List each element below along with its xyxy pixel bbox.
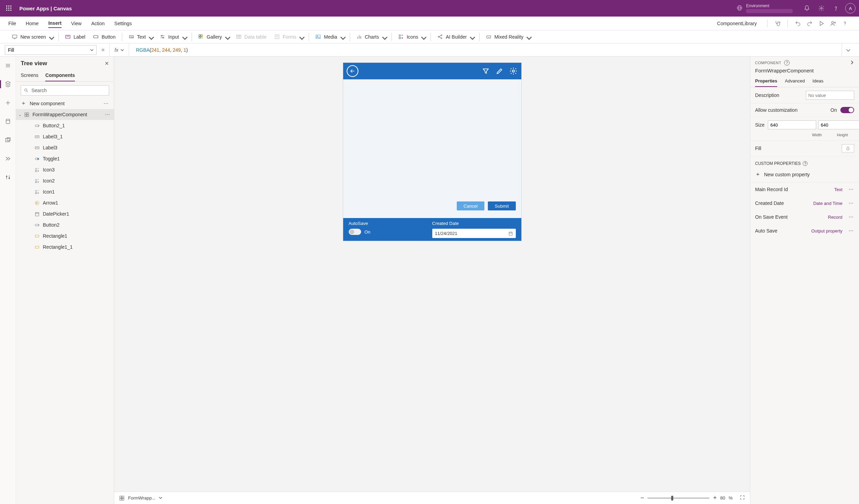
chevron-down-icon[interactable] [159, 495, 162, 501]
new-component-button[interactable]: ＋ New component ⋯ [16, 98, 114, 109]
insert-label-button[interactable]: Label [61, 32, 89, 41]
tree-node[interactable]: Icon3 [16, 164, 114, 175]
component-canvas[interactable]: Cancel Submit AutoSave On Created Date [343, 63, 521, 241]
undo-icon[interactable] [792, 18, 804, 29]
zoom-slider[interactable] [647, 497, 710, 499]
back-arrow-icon[interactable] [347, 65, 358, 77]
chevron-down-icon[interactable]: ⌄ [16, 112, 23, 117]
tree-node[interactable]: Label3 [16, 142, 114, 153]
media-panel-icon[interactable] [2, 135, 13, 146]
insert-gallery-button[interactable]: Gallery [195, 32, 232, 41]
tab-ideas[interactable]: Ideas [812, 76, 823, 87]
tree-node[interactable]: Button2 [16, 219, 114, 230]
power-automate-icon[interactable] [2, 153, 13, 164]
description-input[interactable] [806, 91, 854, 100]
component-library-link[interactable]: ComponentLibrary [717, 21, 757, 26]
custom-property-row[interactable]: Created DateDate and Time⋯ [750, 196, 859, 210]
tree-view-icon[interactable] [2, 79, 13, 90]
tree-node[interactable]: Arrow1 [16, 197, 114, 208]
data-icon[interactable] [2, 116, 13, 127]
tree-node[interactable]: Label3_1 [16, 131, 114, 142]
menu-view[interactable]: View [71, 19, 81, 28]
close-icon[interactable]: ✕ [105, 60, 109, 67]
user-avatar[interactable]: A [845, 3, 856, 13]
submit-button[interactable]: Submit [488, 201, 515, 210]
share-icon[interactable] [827, 18, 839, 29]
cancel-button[interactable]: Cancel [457, 201, 484, 210]
tree-search-input[interactable]: Search [21, 85, 109, 96]
insert-charts-button[interactable]: Charts [353, 32, 389, 41]
hamburger-icon[interactable] [2, 60, 13, 71]
custom-property-row[interactable]: On Save EventRecord⋯ [750, 210, 859, 224]
tools-icon[interactable] [2, 172, 13, 183]
help-icon[interactable]: ? [803, 161, 808, 166]
width-input[interactable] [768, 120, 816, 129]
menu-home[interactable]: Home [26, 19, 39, 28]
chevron-down-icon [225, 35, 228, 39]
status-selection[interactable]: FormWrapp... [128, 495, 155, 501]
play-icon[interactable] [815, 18, 827, 29]
zoom-in-icon[interactable]: + [713, 494, 717, 502]
insert-media-button[interactable]: Media [312, 32, 347, 41]
menu-settings[interactable]: Settings [114, 19, 132, 28]
stethoscope-icon[interactable] [772, 18, 783, 29]
menu-action[interactable]: Action [91, 19, 105, 28]
insert-input-button[interactable]: Input [156, 32, 189, 41]
custom-property-row[interactable]: Main Record IdText⋯ [750, 182, 859, 196]
canvas-body[interactable]: Cancel Submit [343, 79, 521, 218]
help-icon[interactable]: ? [784, 60, 790, 66]
new-screen-button[interactable]: New screen [8, 32, 56, 41]
fx-indicator[interactable]: fx [109, 43, 129, 56]
more-icon[interactable]: ⋯ [104, 101, 109, 106]
tree-node[interactable]: Icon1 [16, 186, 114, 197]
fit-screen-icon[interactable] [740, 495, 745, 501]
help-icon[interactable] [839, 18, 851, 29]
tree-node[interactable]: Button2_1 [16, 120, 114, 131]
help-icon[interactable] [829, 0, 843, 17]
insert-icons-button[interactable]: Icons [395, 32, 428, 41]
more-icon[interactable]: ⋯ [105, 112, 110, 117]
tab-components[interactable]: Components [45, 70, 75, 81]
insert-mixed-reality-button[interactable]: Mixed Reality [482, 32, 533, 41]
tab-advanced[interactable]: Advanced [785, 76, 805, 87]
allow-customization-toggle[interactable] [840, 107, 854, 113]
redo-icon[interactable] [804, 18, 815, 29]
filter-icon[interactable] [481, 67, 490, 76]
settings-icon[interactable] [814, 0, 829, 17]
tree-node[interactable]: Icon2 [16, 175, 114, 186]
property-selector[interactable]: Fill [5, 45, 97, 55]
tab-screens[interactable]: Screens [21, 70, 38, 81]
insert-button-button[interactable]: Button [89, 32, 119, 41]
expand-formula-icon[interactable] [842, 43, 854, 56]
created-date-input[interactable]: 11/24/2021 [432, 229, 516, 238]
tree-node[interactable]: Toggle1 [16, 153, 114, 164]
edit-icon[interactable] [495, 67, 504, 76]
menu-insert[interactable]: Insert [48, 19, 61, 28]
insert-ai-builder-button[interactable]: AI Builder [434, 32, 476, 41]
fill-color-picker[interactable] [842, 144, 854, 152]
gear-icon[interactable] [509, 67, 518, 76]
app-launcher-icon[interactable] [3, 3, 15, 14]
tab-properties[interactable]: Properties [755, 76, 777, 87]
height-input[interactable] [818, 120, 859, 129]
autosave-toggle[interactable] [349, 229, 361, 235]
ai-builder-label: AI Builder [446, 34, 467, 40]
tree-node[interactable]: DatePicker1 [16, 208, 114, 219]
zoom-out-icon[interactable]: − [640, 494, 644, 502]
menu-file[interactable]: File [8, 19, 16, 28]
more-icon[interactable]: ⋯ [849, 214, 854, 220]
new-custom-property-button[interactable]: ＋ New custom property [750, 168, 859, 182]
more-icon[interactable]: ⋯ [849, 187, 854, 192]
custom-property-row[interactable]: Auto SaveOutput property⋯ [750, 224, 859, 238]
notifications-icon[interactable] [800, 0, 814, 17]
insert-icon[interactable] [2, 97, 13, 108]
chevron-right-icon[interactable] [850, 60, 854, 66]
formula-input[interactable]: RGBA(241, 244, 249, 1) [133, 43, 838, 56]
insert-text-button[interactable]: Abc Text [125, 32, 156, 41]
tree-node[interactable]: Rectangle1_1 [16, 241, 114, 253]
tree-node[interactable]: Rectangle1 [16, 230, 114, 241]
more-icon[interactable]: ⋯ [849, 200, 854, 206]
tree-root-node[interactable]: ⌄ FormWrapperComponent ⋯ [16, 109, 114, 120]
more-icon[interactable]: ⋯ [849, 228, 854, 234]
environment-selector[interactable]: Environment [736, 3, 793, 13]
